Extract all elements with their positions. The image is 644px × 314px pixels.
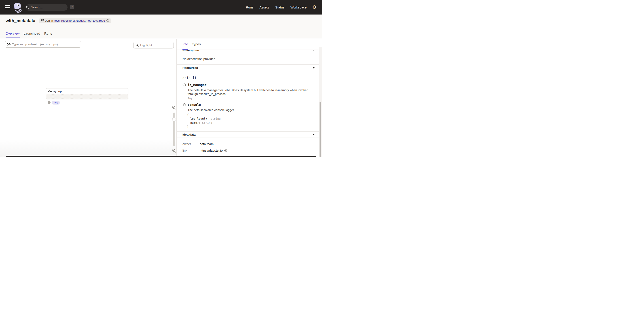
metadata-value: data team [200,142,214,146]
job-info-sidebar: Info Types Description No description pr… [177,39,322,157]
metadata-row-owner: owner data team [182,142,313,146]
graph-zoom-control [170,106,177,153]
settings-gear-icon[interactable]: ⚙ [312,5,316,9]
job-graph-icon [41,19,44,22]
resource-description: The default io manager for Jobs. Uses fi… [188,88,313,96]
op-subset-input[interactable] [12,43,79,46]
layers-icon [182,83,186,87]
nav-link-workspace[interactable]: Workspace [290,5,306,9]
metadata-link[interactable]: https://dagster.io [200,149,227,152]
page-title: with_metadata [6,18,35,23]
resources-header-label: Resources [182,66,198,69]
tab-types[interactable]: Types [192,39,201,50]
sidebar-tabs: Info Types [177,39,322,50]
config-field: name?: String [187,121,313,125]
op-commit-icon [48,90,52,92]
zoom-out-icon[interactable] [172,149,176,153]
zoom-slider-handle[interactable] [172,117,176,121]
page-header: with_metadata Job in toys_repository@dag… [0,14,322,38]
tab-info[interactable]: Info [182,39,188,50]
tab-runs[interactable]: Runs [44,28,52,38]
description-header-label: Description [182,50,199,52]
job-badge-prefix: Job in [45,19,53,22]
reload-repository-icon[interactable] [106,19,109,22]
global-search[interactable]: / [26,4,68,11]
zoom-in-icon[interactable] [172,106,176,110]
dagster-app: / Runs Assets Status Workspace ⚙ with_me… [0,0,322,157]
highlight-search-icon [136,43,139,47]
dagster-logo-icon[interactable] [13,3,22,13]
resource-name: io_manager [188,83,206,87]
job-view-tabs: Overview Launchpad Runs [6,28,52,38]
metadata-body: owner data team link https://dagster.io [177,138,319,157]
hamburger-menu-icon[interactable] [5,5,10,9]
sidebar-scrollbar[interactable] [319,47,322,157]
description-body: No description provided [177,53,319,65]
search-shortcut-key: / [70,5,74,9]
config-key[interactable]: name [190,121,197,125]
section-header-description[interactable]: Description [177,50,319,53]
op-output-port[interactable] [48,101,50,104]
config-field: log_level?: String [187,117,313,121]
sidebar-scroll-area: Description No description provided Reso… [177,50,319,157]
nav-link-assets[interactable]: Assets [260,5,269,9]
chevron-down-icon [312,50,315,51]
nav-link-runs[interactable]: Runs [246,5,253,9]
section-header-metadata[interactable]: Metadata [177,131,319,138]
tab-launchpad[interactable]: Launchpad [24,28,40,38]
window-bottom-edge [6,156,316,157]
resource-name: console [188,103,201,107]
op-selector-icon [7,43,10,46]
resource-config-schema: { log_level?: String name?: String } [187,113,313,129]
zoom-slider[interactable] [173,113,175,146]
resource-description: The default colored console logger. [188,108,313,112]
highlight-input[interactable] [140,43,177,47]
output-type-badge[interactable]: Any [52,101,60,105]
nav-link-status[interactable]: Status [275,5,284,9]
op-node-my-op[interactable]: my_op [46,88,128,99]
metadata-key: owner [182,142,200,146]
resources-body: default io_manager The default io [177,71,319,131]
search-icon [26,4,29,10]
highlight-filter[interactable] [133,42,174,48]
job-location-badge: Job in toys_repository@dagst..._op_toys.… [39,18,111,23]
resource-group-name: default [182,76,313,80]
metadata-row-link: link https://dagster.io [182,149,313,152]
metadata-key: link [182,149,200,152]
nav-links: Runs Assets Status Workspace [246,5,306,9]
section-header-resources[interactable]: Resources [177,65,319,71]
op-node-name: my_op [53,90,62,93]
resource-item-io-manager: io_manager The default io manager for Jo… [182,83,313,100]
search-input[interactable] [31,5,70,9]
repository-link[interactable]: toys_repository@dagst..._op_toys.repo [54,19,105,22]
chevron-down-icon [312,134,315,135]
resource-item-console: console The default colored console logg… [182,103,313,129]
op-graph-panel: my_op Any [0,39,177,157]
link-chain-icon [224,149,227,152]
config-brace-close: } [187,125,313,129]
config-brace-open: { [187,113,313,117]
layers-icon [182,103,186,107]
chevron-down-icon [312,67,315,69]
tab-overview[interactable]: Overview [6,28,20,38]
resource-config-type: Any [188,97,313,100]
op-node-body [46,94,128,99]
scrollbar-thumb[interactable] [320,102,321,157]
graph-bottom-fade [0,139,176,157]
op-subset-filter[interactable] [5,41,81,48]
metadata-header-label: Metadata [182,133,196,136]
config-key[interactable]: log_level [190,117,206,121]
top-navbar: / Runs Assets Status Workspace ⚙ [0,0,322,14]
